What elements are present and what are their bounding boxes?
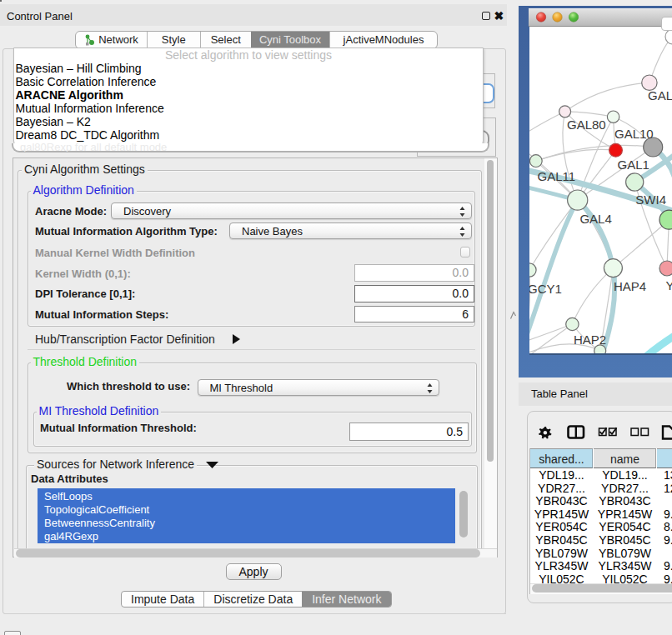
svg-text:GAL4: GAL4 bbox=[579, 212, 611, 226]
svg-text:GCY1: GCY1 bbox=[529, 282, 562, 296]
svg-text:Y: Y bbox=[666, 278, 672, 292]
svg-text:GAL1: GAL1 bbox=[618, 158, 649, 172]
svg-text:GAL10: GAL10 bbox=[614, 127, 654, 141]
svg-text:HAP2: HAP2 bbox=[574, 332, 606, 347]
svg-text:GAL80: GAL80 bbox=[567, 118, 606, 132]
svg-text:SWI4: SWI4 bbox=[635, 192, 666, 207]
svg-text:GAL11: GAL11 bbox=[538, 169, 576, 183]
svg-text:GAL2: GAL2 bbox=[648, 88, 672, 102]
svg-text:HAP4: HAP4 bbox=[614, 279, 646, 293]
